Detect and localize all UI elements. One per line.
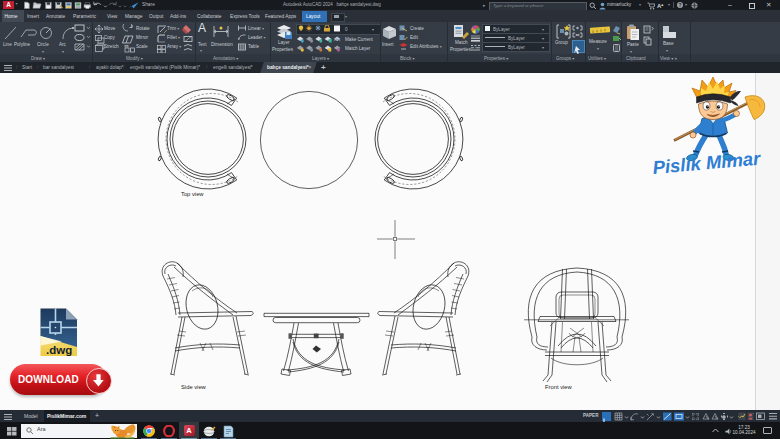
svg-text:Front view: Front view [545,384,573,390]
svg-text:Top view: Top view [181,191,204,197]
svg-text:Side view: Side view [181,384,207,390]
svg-text:Pislik Mımar: Pislik Mımar [652,147,763,177]
svg-text:.dwg: .dwg [46,344,72,356]
